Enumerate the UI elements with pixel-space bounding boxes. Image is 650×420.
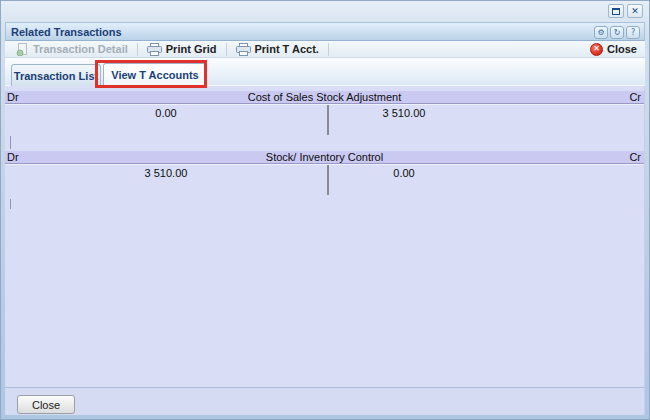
print-t-acct-label: Print T Acct.	[255, 43, 319, 55]
print-t-acct-button[interactable]: Print T Acct.	[231, 42, 324, 57]
refresh-button[interactable]: ↻	[610, 26, 624, 39]
tab-view-t-accounts-label: View T Accounts	[111, 69, 198, 81]
printer-icon	[236, 43, 251, 56]
close-button-label: Close	[32, 399, 60, 411]
account-title: Cost of Sales Stock Adjustment	[5, 91, 644, 103]
close-circle-icon: ✕	[590, 43, 603, 56]
window-close-button[interactable]: ✕	[627, 4, 643, 18]
toolbar-close-label: Close	[607, 43, 637, 55]
related-transactions-dialog: ✕ Related Transactions ⚙ ↻ ? Transaction…	[0, 0, 650, 420]
cr-amount: 3 510.00	[328, 107, 480, 119]
window-titlebar: ✕	[5, 3, 645, 21]
dialog-title: Related Transactions	[11, 26, 122, 38]
toolbar-separator	[328, 43, 329, 56]
help-button[interactable]: ?	[626, 26, 640, 39]
close-icon: ✕	[631, 7, 639, 16]
maximize-button[interactable]	[608, 4, 624, 18]
dialog-header: Related Transactions ⚙ ↻ ?	[5, 22, 645, 41]
dialog-footer: Close	[5, 387, 645, 415]
settings-button[interactable]: ⚙	[594, 26, 608, 39]
toolbar-close-button[interactable]: ✕ Close	[590, 43, 639, 56]
cr-amount: 0.00	[328, 167, 480, 179]
t-accounts-panel: Dr Cost of Sales Stock Adjustment Cr 0.0…	[5, 86, 645, 387]
tab-strip: Transaction List View T Accounts	[5, 58, 645, 86]
tab-transaction-list-label: Transaction List	[14, 70, 98, 82]
account-title: Stock/ Inventory Control	[5, 151, 644, 163]
tab-transaction-list[interactable]: Transaction List	[11, 64, 101, 86]
t-account-header: Dr Cost of Sales Stock Adjustment Cr	[5, 91, 644, 104]
toolbar-separator	[137, 43, 138, 56]
transaction-detail-button[interactable]: Transaction Detail	[11, 42, 133, 57]
dr-amount: 3 510.00	[5, 167, 327, 179]
gear-icon: ⚙	[597, 29, 604, 37]
toolbar-separator	[226, 43, 227, 56]
cr-label: Cr	[629, 151, 641, 163]
cr-label: Cr	[629, 91, 641, 103]
tab-view-t-accounts[interactable]: View T Accounts	[103, 63, 207, 86]
row-tick	[10, 136, 11, 149]
row-tick	[10, 199, 11, 209]
refresh-icon: ↻	[614, 29, 621, 37]
close-button[interactable]: Close	[17, 395, 75, 414]
transaction-detail-icon	[16, 43, 29, 56]
toolbar: Transaction Detail Print Grid Print T Ac…	[5, 41, 645, 58]
print-grid-button[interactable]: Print Grid	[142, 42, 222, 57]
t-account-header: Dr Stock/ Inventory Control Cr	[5, 151, 644, 164]
dr-amount: 0.00	[5, 107, 327, 119]
help-icon: ?	[631, 29, 635, 37]
printer-icon	[147, 43, 162, 56]
transaction-detail-label: Transaction Detail	[33, 43, 128, 55]
maximize-icon	[612, 8, 620, 15]
print-grid-label: Print Grid	[166, 43, 217, 55]
